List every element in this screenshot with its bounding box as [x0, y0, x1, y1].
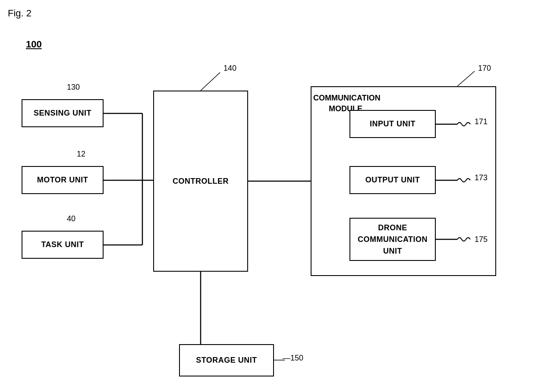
task-unit-ref: 40: [67, 214, 76, 223]
diagram-container: Fig. 2 100 SENSING UNIT 130 MOTOR UNIT 1…: [0, 0, 535, 392]
input-unit-label: INPUT UNIT: [370, 119, 415, 129]
comm-module-ref: 170: [478, 64, 491, 73]
input-unit-ref: 171: [475, 117, 488, 126]
sensing-unit-label: SENSING UNIT: [34, 109, 91, 118]
svg-line-11: [457, 71, 475, 86]
motor-unit-box: MOTOR UNIT: [22, 166, 104, 194]
storage-unit-label: STORAGE UNIT: [196, 356, 257, 365]
sensing-unit-ref: 130: [67, 83, 80, 92]
storage-unit-box: STORAGE UNIT: [179, 344, 274, 376]
controller-label: CONTROLLER: [173, 177, 229, 186]
output-unit-box: OUTPUT UNIT: [349, 166, 436, 194]
task-unit-box: TASK UNIT: [22, 231, 104, 259]
system-id: 100: [26, 39, 42, 50]
input-unit-box: INPUT UNIT: [349, 110, 436, 138]
controller-ref: 140: [223, 64, 236, 73]
output-unit-ref: 173: [475, 173, 488, 182]
drone-comm-unit-label: DRONE COMMUNICATION UNIT: [358, 222, 428, 257]
drone-comm-unit-ref: 175: [475, 235, 488, 244]
figure-label: Fig. 2: [8, 8, 31, 19]
sensing-unit-box: SENSING UNIT: [22, 99, 104, 127]
task-unit-label: TASK UNIT: [41, 240, 84, 249]
drone-comm-unit-box: DRONE COMMUNICATION UNIT: [349, 218, 436, 261]
controller-box: CONTROLLER: [153, 91, 248, 272]
storage-unit-ref: —150: [283, 354, 303, 363]
output-unit-label: OUTPUT UNIT: [365, 176, 420, 185]
motor-unit-label: MOTOR UNIT: [37, 176, 88, 185]
motor-unit-ref: 12: [77, 150, 85, 159]
svg-line-10: [201, 72, 220, 91]
